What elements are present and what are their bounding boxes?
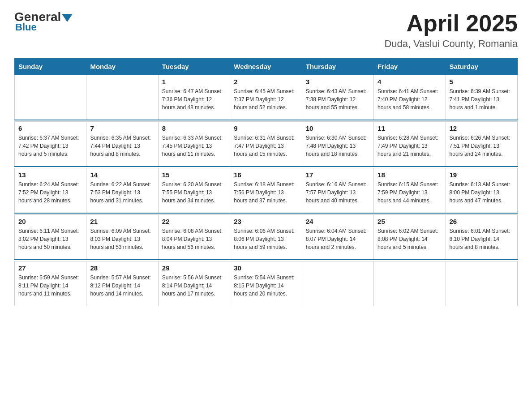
- calendar-week-row: 1Sunrise: 6:47 AM Sunset: 7:36 PM Daylig…: [15, 75, 518, 120]
- logo-arrow-icon: [62, 14, 73, 22]
- day-number: 17: [306, 171, 370, 179]
- day-number: 13: [18, 171, 82, 179]
- day-number: 28: [90, 264, 154, 272]
- calendar-cell: 2Sunrise: 6:45 AM Sunset: 7:37 PM Daylig…: [230, 75, 302, 120]
- day-info: Sunrise: 6:45 AM Sunset: 7:37 PM Dayligh…: [234, 87, 298, 111]
- weekday-header-row: SundayMondayTuesdayWednesdayThursdayFrid…: [15, 58, 518, 75]
- day-info: Sunrise: 6:06 AM Sunset: 8:06 PM Dayligh…: [234, 227, 298, 251]
- day-info: Sunrise: 5:59 AM Sunset: 8:11 PM Dayligh…: [18, 274, 82, 298]
- day-number: 5: [450, 78, 514, 86]
- day-info: Sunrise: 6:01 AM Sunset: 8:10 PM Dayligh…: [450, 227, 514, 251]
- day-info: Sunrise: 6:15 AM Sunset: 7:59 PM Dayligh…: [378, 180, 442, 205]
- calendar-cell: 12Sunrise: 6:26 AM Sunset: 7:51 PM Dayli…: [446, 122, 517, 167]
- day-info: Sunrise: 6:02 AM Sunset: 8:08 PM Dayligh…: [378, 227, 442, 251]
- day-info: Sunrise: 6:47 AM Sunset: 7:36 PM Dayligh…: [162, 87, 226, 111]
- day-number: 30: [234, 264, 298, 272]
- calendar-cell: 8Sunrise: 6:33 AM Sunset: 7:45 PM Daylig…: [158, 122, 230, 167]
- weekday-header: Sunday: [15, 58, 86, 75]
- day-info: Sunrise: 6:30 AM Sunset: 7:48 PM Dayligh…: [306, 134, 370, 158]
- calendar-title: April 2025: [384, 11, 518, 36]
- calendar-cell: 9Sunrise: 6:31 AM Sunset: 7:47 PM Daylig…: [230, 122, 302, 167]
- calendar-cell: 1Sunrise: 6:47 AM Sunset: 7:36 PM Daylig…: [158, 75, 230, 120]
- day-number: 23: [234, 218, 298, 225]
- day-info: Sunrise: 6:04 AM Sunset: 8:07 PM Dayligh…: [306, 227, 370, 251]
- calendar-cell: [15, 75, 86, 120]
- calendar-cell: 13Sunrise: 6:24 AM Sunset: 7:52 PM Dayli…: [15, 168, 86, 213]
- day-number: 19: [450, 171, 514, 179]
- day-info: Sunrise: 5:56 AM Sunset: 8:14 PM Dayligh…: [162, 274, 226, 298]
- calendar-cell: 14Sunrise: 6:22 AM Sunset: 7:53 PM Dayli…: [86, 168, 158, 213]
- calendar-cell: 6Sunrise: 6:37 AM Sunset: 7:42 PM Daylig…: [15, 122, 86, 167]
- day-number: 10: [306, 124, 370, 132]
- day-info: Sunrise: 5:57 AM Sunset: 8:12 PM Dayligh…: [90, 274, 154, 298]
- day-number: 2: [234, 78, 298, 86]
- day-number: 18: [378, 171, 442, 179]
- page-header: General Blue April 2025 Duda, Vaslui Cou…: [14, 11, 518, 50]
- day-number: 8: [162, 124, 226, 132]
- day-number: 9: [234, 124, 298, 132]
- day-number: 1: [162, 78, 226, 86]
- calendar-week-row: 13Sunrise: 6:24 AM Sunset: 7:52 PM Dayli…: [15, 168, 518, 213]
- calendar-cell: 19Sunrise: 6:13 AM Sunset: 8:00 PM Dayli…: [446, 168, 517, 213]
- day-number: 22: [162, 218, 226, 225]
- calendar-cell: [374, 261, 446, 306]
- day-number: 21: [90, 218, 154, 225]
- day-info: Sunrise: 6:39 AM Sunset: 7:41 PM Dayligh…: [450, 87, 514, 111]
- calendar-cell: 20Sunrise: 6:11 AM Sunset: 8:02 PM Dayli…: [15, 215, 86, 260]
- day-info: Sunrise: 6:28 AM Sunset: 7:49 PM Dayligh…: [378, 134, 442, 158]
- day-number: 26: [450, 218, 514, 225]
- day-number: 20: [18, 218, 82, 225]
- calendar-cell: 18Sunrise: 6:15 AM Sunset: 7:59 PM Dayli…: [374, 168, 446, 213]
- calendar-subtitle: Duda, Vaslui County, Romania: [384, 38, 518, 50]
- day-number: 11: [378, 124, 442, 132]
- day-number: 16: [234, 171, 298, 179]
- day-number: 6: [18, 124, 82, 132]
- calendar-week-row: 6Sunrise: 6:37 AM Sunset: 7:42 PM Daylig…: [15, 122, 518, 167]
- day-number: 15: [162, 171, 226, 179]
- calendar-cell: 3Sunrise: 6:43 AM Sunset: 7:38 PM Daylig…: [302, 75, 373, 120]
- calendar-cell: 11Sunrise: 6:28 AM Sunset: 7:49 PM Dayli…: [374, 122, 446, 167]
- day-info: Sunrise: 6:18 AM Sunset: 7:56 PM Dayligh…: [234, 180, 298, 205]
- calendar-cell: 25Sunrise: 6:02 AM Sunset: 8:08 PM Dayli…: [374, 215, 446, 260]
- weekday-header: Saturday: [446, 58, 517, 75]
- calendar-cell: 7Sunrise: 6:35 AM Sunset: 7:44 PM Daylig…: [86, 122, 158, 167]
- calendar-cell: 10Sunrise: 6:30 AM Sunset: 7:48 PM Dayli…: [302, 122, 373, 167]
- day-info: Sunrise: 6:37 AM Sunset: 7:42 PM Dayligh…: [18, 134, 82, 158]
- day-number: 24: [306, 218, 370, 225]
- day-number: 14: [90, 171, 154, 179]
- day-info: Sunrise: 6:16 AM Sunset: 7:57 PM Dayligh…: [306, 180, 370, 205]
- day-info: Sunrise: 6:13 AM Sunset: 8:00 PM Dayligh…: [450, 180, 514, 205]
- day-info: Sunrise: 6:11 AM Sunset: 8:02 PM Dayligh…: [18, 227, 82, 251]
- weekday-header: Wednesday: [230, 58, 302, 75]
- calendar-cell: 17Sunrise: 6:16 AM Sunset: 7:57 PM Dayli…: [302, 168, 373, 213]
- day-info: Sunrise: 6:26 AM Sunset: 7:51 PM Dayligh…: [450, 134, 514, 158]
- day-info: Sunrise: 6:24 AM Sunset: 7:52 PM Dayligh…: [18, 180, 82, 205]
- calendar-week-row: 27Sunrise: 5:59 AM Sunset: 8:11 PM Dayli…: [15, 261, 518, 306]
- calendar-cell: 16Sunrise: 6:18 AM Sunset: 7:56 PM Dayli…: [230, 168, 302, 213]
- day-info: Sunrise: 6:31 AM Sunset: 7:47 PM Dayligh…: [234, 134, 298, 158]
- day-number: 4: [378, 78, 442, 86]
- day-info: Sunrise: 6:33 AM Sunset: 7:45 PM Dayligh…: [162, 134, 226, 158]
- day-info: Sunrise: 6:22 AM Sunset: 7:53 PM Dayligh…: [90, 180, 154, 205]
- title-block: April 2025 Duda, Vaslui County, Romania: [384, 11, 518, 50]
- logo: General Blue: [14, 11, 73, 33]
- weekday-header: Thursday: [302, 58, 373, 75]
- calendar-week-row: 20Sunrise: 6:11 AM Sunset: 8:02 PM Dayli…: [15, 215, 518, 260]
- calendar-cell: 22Sunrise: 6:08 AM Sunset: 8:04 PM Dayli…: [158, 215, 230, 260]
- weekday-header: Tuesday: [158, 58, 230, 75]
- day-info: Sunrise: 6:09 AM Sunset: 8:03 PM Dayligh…: [90, 227, 154, 251]
- calendar-cell: 28Sunrise: 5:57 AM Sunset: 8:12 PM Dayli…: [86, 261, 158, 306]
- weekday-header: Monday: [86, 58, 158, 75]
- calendar-cell: 4Sunrise: 6:41 AM Sunset: 7:40 PM Daylig…: [374, 75, 446, 120]
- calendar-cell: 27Sunrise: 5:59 AM Sunset: 8:11 PM Dayli…: [15, 261, 86, 306]
- day-number: 3: [306, 78, 370, 86]
- calendar-cell: 26Sunrise: 6:01 AM Sunset: 8:10 PM Dayli…: [446, 215, 517, 260]
- day-number: 7: [90, 124, 154, 132]
- day-number: 12: [450, 124, 514, 132]
- day-info: Sunrise: 5:54 AM Sunset: 8:15 PM Dayligh…: [234, 274, 298, 298]
- calendar-cell: 5Sunrise: 6:39 AM Sunset: 7:41 PM Daylig…: [446, 75, 517, 120]
- weekday-header: Friday: [374, 58, 446, 75]
- calendar-cell: 23Sunrise: 6:06 AM Sunset: 8:06 PM Dayli…: [230, 215, 302, 260]
- calendar-cell: 15Sunrise: 6:20 AM Sunset: 7:55 PM Dayli…: [158, 168, 230, 213]
- day-info: Sunrise: 6:43 AM Sunset: 7:38 PM Dayligh…: [306, 87, 370, 111]
